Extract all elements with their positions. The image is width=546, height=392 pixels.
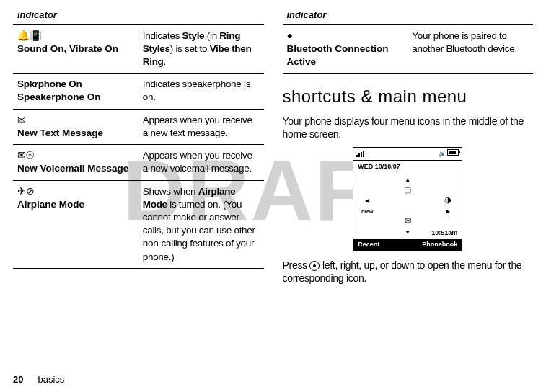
page-footer: 20 basics xyxy=(13,373,64,386)
indicator-description: Shows when Airplane Mode is turned on. (… xyxy=(138,180,264,268)
section-heading: shortcuts & main menu xyxy=(283,85,534,108)
battery-icon xyxy=(447,149,459,156)
indicator-title: Bluetooth Connection Active xyxy=(287,43,389,67)
table-row: ● Bluetooth Connection Active Your phone… xyxy=(283,24,534,74)
indicator-description: Appears when you receive a new voicemail… xyxy=(143,150,252,174)
new-voicemail-message-icon: ✉⦾ xyxy=(17,150,34,160)
indicator-description: Appears when you receive a new text mess… xyxy=(143,115,252,138)
nav-key-icon xyxy=(309,261,320,271)
section-outro: Press left, right, up, or down to open t… xyxy=(283,259,534,286)
left-table-header: indicator xyxy=(13,6,264,24)
phone-home-screen-graphic: 🔊 WED 10/10/07 ▲▢ ◀ brew ◑ ▶ xyxy=(353,147,462,251)
bluetooth-connection-active-icon: ● xyxy=(287,30,293,40)
statusbar-right: 🔊 xyxy=(439,149,459,159)
section-intro: Your phone displays four menu icons in t… xyxy=(283,115,534,142)
table-row: ✈⊘ Airplane Mode Shows when Airplane Mod… xyxy=(13,180,264,268)
indicator-description: Indicates Style (in Ring Styles) is set … xyxy=(138,24,264,74)
sound-on-vibrate-on-icon: 🔔📳 xyxy=(17,30,42,40)
signal-icon xyxy=(356,151,364,157)
table-row: ✉⦾ New Voicemail Message Appears when yo… xyxy=(13,145,264,180)
indicator-title: Sound On, Vibrate On xyxy=(17,43,118,54)
sound-icon: 🔊 xyxy=(439,151,446,157)
softkey-right: Phonebook xyxy=(422,240,457,249)
footer-section-name: basics xyxy=(38,373,64,386)
right-table-header: indicator xyxy=(283,6,534,24)
table-row: Spkrphone On Speakerphone On Indicates s… xyxy=(13,74,264,109)
phone-date: WED 10/10/07 xyxy=(353,161,462,171)
indicator-title: Airplane Mode xyxy=(17,199,84,210)
new-text-message-icon: ✉ xyxy=(17,115,26,125)
indicator-title: New Text Message xyxy=(17,128,103,138)
indicator-description: Your phone is paired to another Bluetoot… xyxy=(412,30,517,54)
softkey-left: Recent xyxy=(358,240,379,249)
airplane-mode-icon: ✈⊘ xyxy=(17,186,35,196)
page-number: 20 xyxy=(13,373,23,386)
indicator-pretitle: Spkrphone On xyxy=(17,79,82,89)
indicator-title: Speakerphone On xyxy=(17,92,101,102)
left-indicator-table: indicator 🔔📳 Sound On, Vibrate On Indica… xyxy=(13,6,264,269)
table-row: ✉ New Text Message Appears when you rece… xyxy=(13,109,264,144)
table-row: 🔔📳 Sound On, Vibrate On Indicates Style … xyxy=(13,24,264,74)
indicator-description: Indicates speakerphone is on. xyxy=(143,79,250,102)
nav-down-icon: ✉▼ xyxy=(401,215,414,226)
right-indicator-table: indicator ● Bluetooth Connection Active … xyxy=(283,6,534,74)
nav-right-icon: ◑ ▶ xyxy=(441,195,454,205)
indicator-title: New Voicemail Message xyxy=(17,163,128,174)
nav-left-icon: ◀ brew xyxy=(361,195,374,205)
nav-up-icon: ▲▢ xyxy=(401,174,414,184)
